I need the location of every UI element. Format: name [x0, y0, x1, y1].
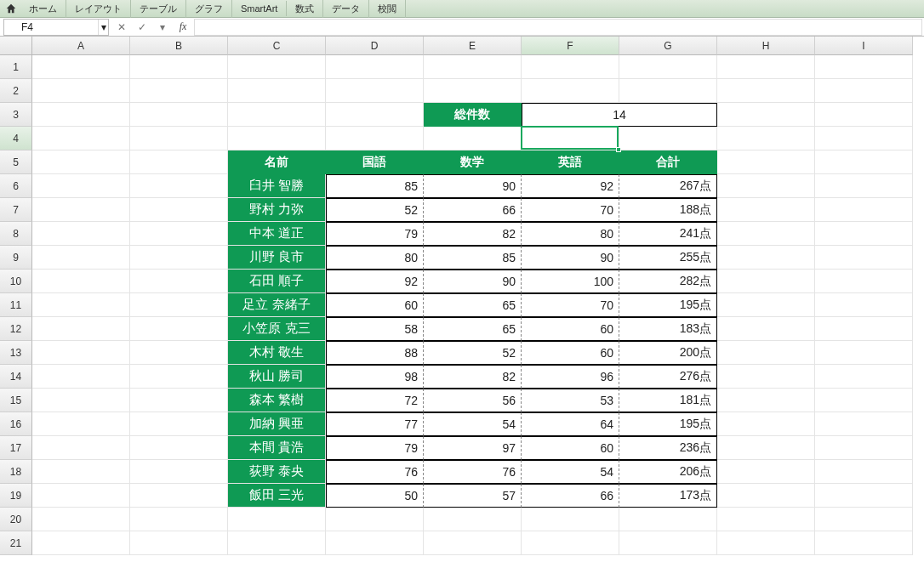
table-row-suugaku[interactable]: 56	[424, 389, 522, 412]
column-header-H[interactable]: H	[717, 37, 815, 55]
cell-B7[interactable]	[130, 198, 228, 222]
cell-I15[interactable]	[815, 389, 913, 412]
cell-I19[interactable]	[815, 484, 913, 508]
cell-H19[interactable]	[717, 484, 815, 508]
column-header-I[interactable]: I	[815, 37, 913, 55]
cell-H9[interactable]	[717, 246, 815, 270]
cell-F20[interactable]	[522, 508, 619, 531]
cell-C2[interactable]	[228, 79, 326, 103]
table-row-kokugo[interactable]: 77	[326, 412, 424, 436]
cell-B11[interactable]	[130, 293, 228, 317]
cell-A10[interactable]	[32, 270, 130, 293]
row-header-8[interactable]: 8	[0, 222, 32, 246]
cell-H10[interactable]	[717, 270, 815, 293]
cell-H21[interactable]	[717, 531, 815, 555]
table-row-total[interactable]: 267点	[619, 174, 717, 198]
row-header-19[interactable]: 19	[0, 484, 32, 508]
column-header-G[interactable]: G	[619, 37, 717, 55]
table-row-suugaku[interactable]: 65	[424, 293, 522, 317]
table-row-suugaku[interactable]: 52	[424, 341, 522, 365]
cell-I20[interactable]	[815, 508, 913, 531]
ribbon-tab-chart[interactable]: グラフ	[186, 0, 232, 18]
column-header-F[interactable]: F	[522, 37, 619, 55]
row-header-6[interactable]: 6	[0, 174, 32, 198]
cell-B10[interactable]	[130, 270, 228, 293]
cell-G4[interactable]	[619, 127, 717, 150]
table-row-suugaku[interactable]: 65	[424, 317, 522, 341]
ribbon-tab-smartart[interactable]: SmartArt	[232, 1, 287, 16]
cell-D2[interactable]	[326, 79, 424, 103]
cell-H20[interactable]	[717, 508, 815, 531]
column-header-D[interactable]: D	[326, 37, 424, 55]
table-row-eigo[interactable]: 100	[522, 270, 619, 293]
cell-C4[interactable]	[228, 127, 326, 150]
table-row-eigo[interactable]: 60	[522, 436, 619, 460]
table-row-eigo[interactable]: 90	[522, 246, 619, 270]
cell-B2[interactable]	[130, 79, 228, 103]
table-row-kokugo[interactable]: 79	[326, 222, 424, 246]
ribbon-tab-layout[interactable]: レイアウト	[66, 0, 131, 18]
cell-H1[interactable]	[717, 55, 815, 79]
table-row-kokugo[interactable]: 92	[326, 270, 424, 293]
table-row-kokugo[interactable]: 76	[326, 460, 424, 484]
table-row-suugaku[interactable]: 82	[424, 222, 522, 246]
table-row-total[interactable]: 276点	[619, 365, 717, 389]
table-row-suugaku[interactable]: 82	[424, 365, 522, 389]
cell-B21[interactable]	[130, 531, 228, 555]
cell-I13[interactable]	[815, 341, 913, 365]
table-row-eigo[interactable]: 53	[522, 389, 619, 412]
cell-B4[interactable]	[130, 127, 228, 150]
row-header-5[interactable]: 5	[0, 150, 32, 174]
name-box-dropdown-icon[interactable]: ▾	[98, 20, 108, 35]
cell-H11[interactable]	[717, 293, 815, 317]
table-row-total[interactable]: 195点	[619, 293, 717, 317]
cell-D4[interactable]	[326, 127, 424, 150]
cell-A5[interactable]	[32, 150, 130, 174]
cell-C20[interactable]	[228, 508, 326, 531]
table-row-kokugo[interactable]: 58	[326, 317, 424, 341]
cell-I11[interactable]	[815, 293, 913, 317]
row-header-4[interactable]: 4	[0, 127, 32, 150]
cell-I8[interactable]	[815, 222, 913, 246]
row-header-1[interactable]: 1	[0, 55, 32, 79]
table-row-total[interactable]: 200点	[619, 341, 717, 365]
column-header-B[interactable]: B	[130, 37, 228, 55]
cell-I12[interactable]	[815, 317, 913, 341]
cell-H8[interactable]	[717, 222, 815, 246]
ribbon-tab-formula[interactable]: 数式	[287, 0, 323, 18]
cell-A2[interactable]	[32, 79, 130, 103]
cell-B15[interactable]	[130, 389, 228, 412]
name-box[interactable]: F4 ▾	[3, 19, 109, 36]
cell-G21[interactable]	[619, 531, 717, 555]
row-header-12[interactable]: 12	[0, 317, 32, 341]
cell-H3[interactable]	[717, 103, 815, 127]
cell-B14[interactable]	[130, 365, 228, 389]
cell-A11[interactable]	[32, 293, 130, 317]
table-row-eigo[interactable]: 64	[522, 412, 619, 436]
cell-C21[interactable]	[228, 531, 326, 555]
row-header-18[interactable]: 18	[0, 460, 32, 484]
table-row-suugaku[interactable]: 54	[424, 412, 522, 436]
cell-E4[interactable]	[424, 127, 522, 150]
table-row-kokugo[interactable]: 52	[326, 198, 424, 222]
table-row-eigo[interactable]: 92	[522, 174, 619, 198]
table-row-kokugo[interactable]: 85	[326, 174, 424, 198]
cell-A14[interactable]	[32, 365, 130, 389]
cell-I17[interactable]	[815, 436, 913, 460]
table-row-kokugo[interactable]: 50	[326, 484, 424, 508]
table-row-eigo[interactable]: 80	[522, 222, 619, 246]
cell-B1[interactable]	[130, 55, 228, 79]
ribbon-tab-review[interactable]: 校閲	[369, 0, 406, 18]
cell-A18[interactable]	[32, 460, 130, 484]
cell-C1[interactable]	[228, 55, 326, 79]
cell-I5[interactable]	[815, 150, 913, 174]
formula-input[interactable]	[194, 19, 922, 36]
cell-A15[interactable]	[32, 389, 130, 412]
table-row-suugaku[interactable]: 57	[424, 484, 522, 508]
cell-E2[interactable]	[424, 79, 522, 103]
cell-H17[interactable]	[717, 436, 815, 460]
cell-A7[interactable]	[32, 198, 130, 222]
table-row-kokugo[interactable]: 79	[326, 436, 424, 460]
cell-A6[interactable]	[32, 174, 130, 198]
cell-D1[interactable]	[326, 55, 424, 79]
